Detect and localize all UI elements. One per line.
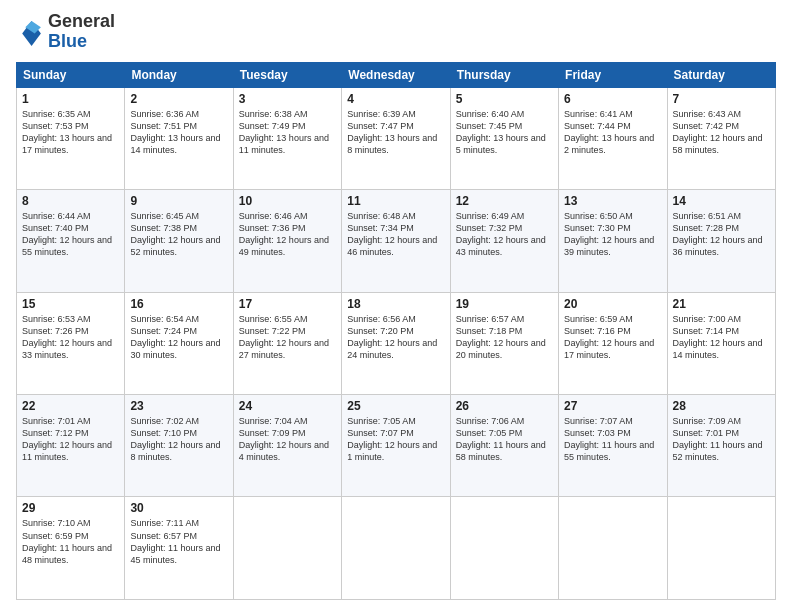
day-info: Sunrise: 6:49 AM Sunset: 7:32 PM Dayligh… [456,210,553,259]
day-number: 26 [456,399,553,413]
day-info: Sunrise: 6:51 AM Sunset: 7:28 PM Dayligh… [673,210,770,259]
weekday-header-tuesday: Tuesday [233,62,341,87]
day-info: Sunrise: 6:59 AM Sunset: 7:16 PM Dayligh… [564,313,661,362]
day-info: Sunrise: 6:57 AM Sunset: 7:18 PM Dayligh… [456,313,553,362]
calendar-cell: 12 Sunrise: 6:49 AM Sunset: 7:32 PM Dayl… [450,190,558,292]
day-number: 14 [673,194,770,208]
calendar-cell: 4 Sunrise: 6:39 AM Sunset: 7:47 PM Dayli… [342,87,450,189]
calendar-cell: 1 Sunrise: 6:35 AM Sunset: 7:53 PM Dayli… [17,87,125,189]
day-number: 1 [22,92,119,106]
logo-text: GeneralBlue [48,12,115,52]
calendar-cell: 19 Sunrise: 6:57 AM Sunset: 7:18 PM Dayl… [450,292,558,394]
day-number: 28 [673,399,770,413]
day-info: Sunrise: 6:44 AM Sunset: 7:40 PM Dayligh… [22,210,119,259]
weekday-header-monday: Monday [125,62,233,87]
day-number: 7 [673,92,770,106]
calendar-cell: 9 Sunrise: 6:45 AM Sunset: 7:38 PM Dayli… [125,190,233,292]
calendar-cell: 14 Sunrise: 6:51 AM Sunset: 7:28 PM Dayl… [667,190,775,292]
day-number: 21 [673,297,770,311]
day-number: 25 [347,399,444,413]
day-info: Sunrise: 7:06 AM Sunset: 7:05 PM Dayligh… [456,415,553,464]
day-number: 5 [456,92,553,106]
calendar-cell [233,497,341,600]
day-number: 3 [239,92,336,106]
day-info: Sunrise: 7:01 AM Sunset: 7:12 PM Dayligh… [22,415,119,464]
day-info: Sunrise: 7:09 AM Sunset: 7:01 PM Dayligh… [673,415,770,464]
calendar-cell: 22 Sunrise: 7:01 AM Sunset: 7:12 PM Dayl… [17,395,125,497]
day-info: Sunrise: 6:43 AM Sunset: 7:42 PM Dayligh… [673,108,770,157]
calendar-cell: 18 Sunrise: 6:56 AM Sunset: 7:20 PM Dayl… [342,292,450,394]
logo-icon [16,18,44,46]
day-number: 9 [130,194,227,208]
day-number: 24 [239,399,336,413]
calendar-cell: 2 Sunrise: 6:36 AM Sunset: 7:51 PM Dayli… [125,87,233,189]
day-info: Sunrise: 7:11 AM Sunset: 6:57 PM Dayligh… [130,517,227,566]
weekday-header-sunday: Sunday [17,62,125,87]
calendar-cell: 3 Sunrise: 6:38 AM Sunset: 7:49 PM Dayli… [233,87,341,189]
day-info: Sunrise: 7:05 AM Sunset: 7:07 PM Dayligh… [347,415,444,464]
day-number: 20 [564,297,661,311]
day-info: Sunrise: 7:00 AM Sunset: 7:14 PM Dayligh… [673,313,770,362]
calendar: SundayMondayTuesdayWednesdayThursdayFrid… [16,62,776,600]
day-number: 12 [456,194,553,208]
calendar-cell: 13 Sunrise: 6:50 AM Sunset: 7:30 PM Dayl… [559,190,667,292]
day-number: 6 [564,92,661,106]
page: GeneralBlue SundayMondayTuesdayWednesday… [0,0,792,612]
calendar-cell: 8 Sunrise: 6:44 AM Sunset: 7:40 PM Dayli… [17,190,125,292]
day-number: 30 [130,501,227,515]
day-info: Sunrise: 6:53 AM Sunset: 7:26 PM Dayligh… [22,313,119,362]
day-number: 22 [22,399,119,413]
calendar-cell: 26 Sunrise: 7:06 AM Sunset: 7:05 PM Dayl… [450,395,558,497]
day-info: Sunrise: 6:56 AM Sunset: 7:20 PM Dayligh… [347,313,444,362]
calendar-cell: 30 Sunrise: 7:11 AM Sunset: 6:57 PM Dayl… [125,497,233,600]
day-number: 13 [564,194,661,208]
day-number: 8 [22,194,119,208]
day-info: Sunrise: 7:04 AM Sunset: 7:09 PM Dayligh… [239,415,336,464]
day-info: Sunrise: 6:41 AM Sunset: 7:44 PM Dayligh… [564,108,661,157]
day-number: 11 [347,194,444,208]
day-number: 18 [347,297,444,311]
day-number: 15 [22,297,119,311]
day-info: Sunrise: 7:07 AM Sunset: 7:03 PM Dayligh… [564,415,661,464]
header: GeneralBlue [16,12,776,52]
day-number: 16 [130,297,227,311]
calendar-cell: 25 Sunrise: 7:05 AM Sunset: 7:07 PM Dayl… [342,395,450,497]
day-info: Sunrise: 6:40 AM Sunset: 7:45 PM Dayligh… [456,108,553,157]
day-info: Sunrise: 6:54 AM Sunset: 7:24 PM Dayligh… [130,313,227,362]
day-info: Sunrise: 6:48 AM Sunset: 7:34 PM Dayligh… [347,210,444,259]
weekday-header-wednesday: Wednesday [342,62,450,87]
day-info: Sunrise: 6:45 AM Sunset: 7:38 PM Dayligh… [130,210,227,259]
calendar-cell: 20 Sunrise: 6:59 AM Sunset: 7:16 PM Dayl… [559,292,667,394]
day-info: Sunrise: 6:38 AM Sunset: 7:49 PM Dayligh… [239,108,336,157]
day-info: Sunrise: 6:50 AM Sunset: 7:30 PM Dayligh… [564,210,661,259]
day-number: 23 [130,399,227,413]
calendar-cell: 11 Sunrise: 6:48 AM Sunset: 7:34 PM Dayl… [342,190,450,292]
calendar-cell: 24 Sunrise: 7:04 AM Sunset: 7:09 PM Dayl… [233,395,341,497]
calendar-cell [559,497,667,600]
day-info: Sunrise: 6:35 AM Sunset: 7:53 PM Dayligh… [22,108,119,157]
weekday-header-thursday: Thursday [450,62,558,87]
day-number: 2 [130,92,227,106]
calendar-cell: 10 Sunrise: 6:46 AM Sunset: 7:36 PM Dayl… [233,190,341,292]
day-number: 4 [347,92,444,106]
logo: GeneralBlue [16,12,115,52]
day-info: Sunrise: 6:36 AM Sunset: 7:51 PM Dayligh… [130,108,227,157]
day-number: 10 [239,194,336,208]
calendar-cell [667,497,775,600]
weekday-header-friday: Friday [559,62,667,87]
calendar-cell: 7 Sunrise: 6:43 AM Sunset: 7:42 PM Dayli… [667,87,775,189]
day-info: Sunrise: 6:46 AM Sunset: 7:36 PM Dayligh… [239,210,336,259]
calendar-cell: 28 Sunrise: 7:09 AM Sunset: 7:01 PM Dayl… [667,395,775,497]
calendar-cell: 16 Sunrise: 6:54 AM Sunset: 7:24 PM Dayl… [125,292,233,394]
calendar-cell: 5 Sunrise: 6:40 AM Sunset: 7:45 PM Dayli… [450,87,558,189]
calendar-cell [342,497,450,600]
calendar-cell: 17 Sunrise: 6:55 AM Sunset: 7:22 PM Dayl… [233,292,341,394]
calendar-cell: 23 Sunrise: 7:02 AM Sunset: 7:10 PM Dayl… [125,395,233,497]
weekday-header-saturday: Saturday [667,62,775,87]
calendar-cell: 21 Sunrise: 7:00 AM Sunset: 7:14 PM Dayl… [667,292,775,394]
calendar-cell: 6 Sunrise: 6:41 AM Sunset: 7:44 PM Dayli… [559,87,667,189]
calendar-cell [450,497,558,600]
calendar-cell: 29 Sunrise: 7:10 AM Sunset: 6:59 PM Dayl… [17,497,125,600]
calendar-cell: 27 Sunrise: 7:07 AM Sunset: 7:03 PM Dayl… [559,395,667,497]
day-info: Sunrise: 6:55 AM Sunset: 7:22 PM Dayligh… [239,313,336,362]
